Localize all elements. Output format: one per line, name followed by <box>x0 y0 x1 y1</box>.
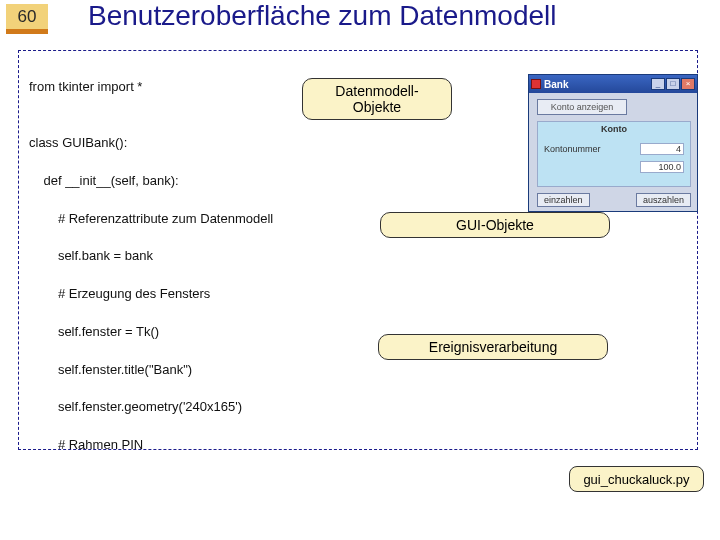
code-line: # Rahmen PIN <box>29 436 687 450</box>
code-line: self.bank = bank <box>29 247 687 266</box>
mock-window-title: Bank <box>544 79 568 90</box>
minimize-icon: _ <box>651 78 665 90</box>
mock-gui-window: Bank _ □ × Konto anzeigen Konto Kontonum… <box>528 74 698 212</box>
mock-button-show-account: Konto anzeigen <box>537 99 627 115</box>
callout-datamodel: Datenmodell- Objekte <box>302 78 452 120</box>
maximize-icon: □ <box>666 78 680 90</box>
code-line: self.fenster.title("Bank") <box>29 361 687 380</box>
mock-value-balance: 100.0 <box>640 161 684 173</box>
mock-label-account-number: Kontonummer <box>544 144 601 154</box>
mock-button-withdraw: auszahlen <box>636 193 691 207</box>
slide: 60 Benutzeroberfläche zum Datenmodell fr… <box>0 0 720 540</box>
slide-number: 60 <box>6 4 48 34</box>
mock-bottom-buttons: einzahlen auszahlen <box>537 193 691 207</box>
app-icon <box>531 79 541 89</box>
code-line: # Erzeugung des Fensters <box>29 285 687 304</box>
mock-button-deposit: einzahlen <box>537 193 590 207</box>
callout-gui-objects: GUI-Objekte <box>380 212 610 238</box>
mock-value-account-number: 4 <box>640 143 684 155</box>
slide-header: 60 Benutzeroberfläche zum Datenmodell <box>0 0 720 44</box>
mock-row-balance: 100.0 <box>544 160 684 174</box>
mock-row-account-number: Kontonummer 4 <box>544 142 684 156</box>
callout-filename: gui_chuckaluck.py <box>569 466 704 492</box>
callout-event-handling: Ereignisverarbeitung <box>378 334 608 360</box>
mock-panel-title: Konto <box>538 124 690 134</box>
slide-title: Benutzeroberfläche zum Datenmodell <box>88 0 556 32</box>
mock-window-body: Konto anzeigen Konto Kontonummer 4 100.0… <box>529 93 697 211</box>
code-line: self.fenster.geometry('240x165') <box>29 398 687 417</box>
close-icon: × <box>681 78 695 90</box>
mock-titlebar: Bank _ □ × <box>529 75 697 93</box>
mock-account-panel: Konto Kontonummer 4 100.0 <box>537 121 691 187</box>
